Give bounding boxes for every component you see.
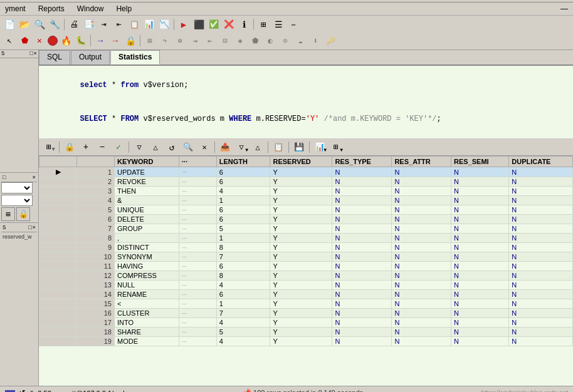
dis10-btn[interactable]: ⊙ — [278, 34, 292, 48]
table-row[interactable]: 6DELETE···6YNNNN — [39, 215, 573, 224]
menu-window[interactable]: Window — [75, 4, 107, 14]
panel-dropdown-1[interactable] — [1, 182, 33, 193]
chart2-btn[interactable]: 📉 — [157, 18, 171, 31]
red-circle-btn[interactable] — [48, 36, 58, 46]
tab-statistics[interactable]: Statistics — [110, 50, 160, 64]
dis4-btn[interactable]: ⇥ — [188, 34, 202, 48]
dis5-btn[interactable]: ⇤ — [203, 34, 217, 48]
dis1-btn[interactable]: ⊞ — [143, 34, 157, 48]
tb-list-btn[interactable]: ☰ — [271, 18, 285, 31]
col-reserved[interactable]: RESERVED — [270, 157, 332, 167]
debug-btn[interactable]: 🐛 — [74, 34, 88, 48]
window-restore[interactable]: — — [558, 4, 570, 14]
table-row[interactable]: 7GROUP···5YNNNN — [39, 224, 573, 234]
panel-dropdown-2[interactable] — [1, 195, 33, 206]
rollback-btn[interactable]: ❌ — [222, 18, 236, 31]
grid-tb-minus[interactable]: − — [95, 140, 110, 154]
run-btn[interactable]: ▶ — [177, 18, 191, 31]
breakpoint-btn[interactable]: ⬟ — [18, 34, 31, 48]
tab-output[interactable]: Output — [71, 50, 110, 64]
table-row[interactable]: ▶1UPDATE···6YNNNN — [39, 167, 573, 177]
menu-payment[interactable]: yment — [3, 4, 28, 14]
table-row[interactable]: 5UNIQUE···6YNNNN — [39, 205, 573, 215]
new-file-btn[interactable]: 📄 — [3, 18, 16, 31]
panel-h1-sq[interactable]: □ — [29, 51, 33, 57]
col-duplicate[interactable]: DUPLICATE — [509, 157, 573, 167]
arrow-right2-btn[interactable]: → — [108, 34, 122, 48]
panel-h3-x[interactable]: × — [33, 225, 36, 231]
grid-tb-find[interactable]: 🔍 — [181, 140, 196, 154]
table-row[interactable]: 12COMPRESS···8YNNNN — [39, 271, 573, 281]
open-file-btn[interactable]: 📂 — [18, 18, 31, 31]
outdent-btn[interactable]: ⇤ — [112, 18, 126, 31]
flame-btn[interactable]: 🔥 — [59, 34, 73, 48]
grid-tb-sort[interactable]: △ — [250, 140, 265, 154]
dis12-btn[interactable]: ⬇ — [308, 34, 322, 48]
dis13-btn[interactable]: 🔑 — [323, 34, 337, 48]
grid-tb-clear[interactable]: ✕ — [197, 140, 212, 154]
grid-tb-export[interactable]: 📤 — [218, 140, 233, 154]
grid-tb-lock[interactable]: 🔒 — [62, 140, 77, 154]
menu-reports[interactable]: Reports — [36, 4, 67, 14]
table-row[interactable]: 3THEN···4YNNNN — [39, 187, 573, 196]
sql-editor[interactable]: select * from v$version; SELECT * FROM v… — [39, 66, 573, 139]
dis8-btn[interactable]: ⬟ — [248, 34, 262, 48]
status-refresh-icon[interactable]: ↺ — [19, 388, 26, 392]
panel-h3-sq[interactable]: □ — [28, 225, 31, 231]
dis11-btn[interactable]: ☁ — [293, 34, 307, 48]
dis6-btn[interactable]: ⊟ — [218, 34, 232, 48]
grid-tb-grid-icon[interactable]: ⊞ ▼ — [41, 140, 56, 154]
table-row[interactable]: 4&···1YNNNN — [39, 196, 573, 205]
commit-btn[interactable]: ✅ — [207, 18, 221, 31]
table-row[interactable]: 10SYNONYM···7YNNNN — [39, 252, 573, 262]
table-row[interactable]: 11HAVING···6YNNNN — [39, 262, 573, 271]
col-keyword[interactable]: KEYWORD — [115, 157, 179, 167]
col-rownum[interactable] — [77, 157, 115, 167]
panel-h1-x[interactable]: × — [34, 51, 37, 57]
col-res-attr[interactable]: RES_ATTR — [392, 157, 451, 167]
table-row[interactable]: 16CLUSTER···7YNNNN — [39, 309, 573, 318]
print-btn[interactable]: 🖨 — [67, 18, 81, 31]
panel-icon-1[interactable]: ⊞ — [1, 207, 15, 221]
col-res-semi[interactable]: RES_SEMI — [451, 157, 509, 167]
indent-btn[interactable]: ⇥ — [97, 18, 111, 31]
table-row[interactable]: 17INTO···4YNNNN — [39, 318, 573, 328]
col-res-type[interactable]: RES_TYPE — [332, 157, 392, 167]
grid-tb-save[interactable]: 💾 — [292, 140, 307, 154]
grid-tb-cols[interactable]: 📋 — [271, 140, 286, 154]
panel-h2-sq[interactable]: □ — [3, 175, 6, 181]
tab-sql[interactable]: SQL — [39, 50, 70, 64]
panel-icon-2[interactable]: 🔓 — [16, 207, 30, 221]
col-length[interactable]: LENGTH — [216, 157, 270, 167]
table-row[interactable]: 2REVOKE···6YNNNN — [39, 177, 573, 187]
tb-grid-btn[interactable]: ⊞ — [256, 18, 270, 31]
chart-btn[interactable]: 📊 — [142, 18, 156, 31]
lock2-btn[interactable]: 🔒 — [124, 34, 137, 48]
tb-more-btn[interactable]: ⋯ — [286, 18, 300, 31]
menu-help[interactable]: Help — [113, 4, 134, 14]
info-btn[interactable]: ℹ — [237, 18, 251, 31]
panel-h2-x[interactable]: × — [33, 175, 36, 181]
grid-tb-filter-up[interactable]: △ — [148, 140, 163, 154]
table-row[interactable]: 13NULL···4YNNNN — [39, 281, 573, 290]
stop-btn[interactable]: ⬛ — [192, 18, 206, 31]
page-btn[interactable]: 📑 — [82, 18, 96, 31]
data-grid-container[interactable]: KEYWORD ··· LENGTH RESERVED RES_TYPE RES… — [39, 156, 573, 386]
grid-tb-grid2[interactable]: ⊞▼ — [329, 140, 344, 154]
format-btn[interactable]: 📋 — [127, 18, 141, 31]
db-btn[interactable]: 🔧 — [48, 18, 61, 31]
grid-tb-filter-dd[interactable]: ▽▼ — [234, 140, 249, 154]
table-row[interactable]: 9DISTINCT···8YNNNN — [39, 243, 573, 252]
table-row[interactable]: 8,···1YNNNN — [39, 234, 573, 243]
grid-tb-plus[interactable]: + — [78, 140, 93, 154]
cursor-btn[interactable]: ↖ — [3, 34, 16, 48]
find-btn[interactable]: 🔍 — [33, 18, 46, 31]
arrow-right-btn[interactable]: → — [93, 34, 107, 48]
dis9-btn[interactable]: ◐ — [263, 34, 277, 48]
cross-btn[interactable]: ✕ — [33, 34, 46, 48]
dis3-btn[interactable]: ⊕ — [173, 34, 187, 48]
grid-tb-check[interactable]: ✓ — [111, 140, 126, 154]
grid-tb-chart[interactable]: 📊▼ — [312, 140, 327, 154]
table-row[interactable]: 18SHARE···5YNNNN — [39, 328, 573, 337]
grid-tb-refresh[interactable]: ↺ — [164, 140, 179, 154]
